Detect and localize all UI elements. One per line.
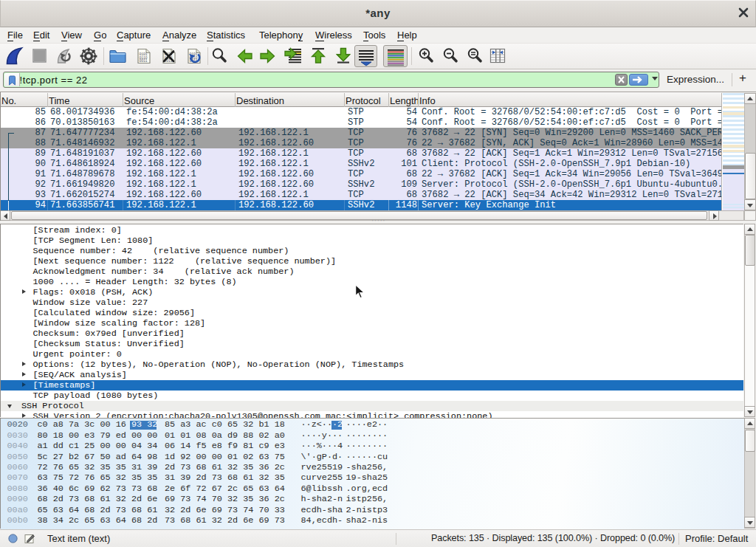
svg-text:0011: 0011 [140,59,148,63]
